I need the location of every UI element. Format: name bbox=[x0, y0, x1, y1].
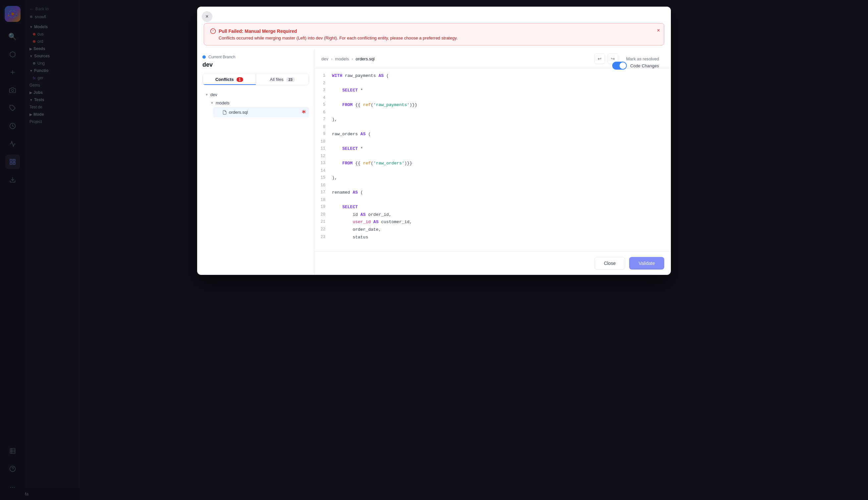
code-line-8: 8 bbox=[315, 124, 671, 130]
breadcrumb-file: orders.sql bbox=[356, 56, 375, 61]
code-changes-area: Code Changes bbox=[612, 62, 659, 70]
code-line-21: 21 user_id AS customer_id, bbox=[315, 218, 671, 226]
all-files-badge: 23 bbox=[286, 77, 295, 82]
code-line-6: 6 bbox=[315, 109, 671, 116]
branch-name: dev bbox=[202, 61, 309, 68]
code-line-23: 23 status bbox=[315, 234, 671, 241]
modal-body: Current Branch dev Conflicts 1 All files… bbox=[197, 49, 671, 275]
code-panel: dev › models › orders.sql ↩ ↪ Mark as re… bbox=[315, 49, 671, 275]
modal-close-button[interactable]: × bbox=[202, 11, 212, 22]
code-line-22: 22 order_date, bbox=[315, 226, 671, 234]
tab-bar: Conflicts 1 All files 23 bbox=[202, 73, 309, 85]
file-icon bbox=[222, 110, 227, 115]
branch-dot-icon bbox=[202, 55, 206, 59]
conflict-asterisk-icon bbox=[301, 109, 306, 115]
code-line-17: 17 renamed AS ( bbox=[315, 189, 671, 197]
file-tree-panel: Current Branch dev Conflicts 1 All files… bbox=[197, 49, 315, 275]
code-line-9: 9 raw_orders AS ( bbox=[315, 130, 671, 138]
code-changes-label: Code Changes bbox=[630, 63, 659, 68]
code-line-2: 2 bbox=[315, 80, 671, 87]
modal-overlay: × Pull Failed: Manual Merge Required Con… bbox=[0, 0, 868, 500]
tab-all-files[interactable]: All files 23 bbox=[256, 74, 309, 85]
code-line-7: 7 ), bbox=[315, 116, 671, 124]
alert-title: Pull Failed: Manual Merge Required bbox=[210, 28, 658, 34]
dev-folder[interactable]: ▼ dev bbox=[202, 91, 309, 99]
chevron-down-icon: ▼ bbox=[205, 93, 208, 96]
breadcrumb-sep-1: › bbox=[331, 56, 332, 61]
code-line-16: 16 bbox=[315, 182, 671, 189]
code-line-3: 3 SELECT * bbox=[315, 87, 671, 94]
modal-footer: Close Validate bbox=[315, 251, 671, 275]
code-content: 1 WITH raw_payments AS ( 2 3 SELECT * bbox=[315, 68, 671, 251]
models-folder[interactable]: ▼ models bbox=[208, 99, 309, 107]
orders-sql-file[interactable]: orders.sql bbox=[213, 107, 309, 117]
breadcrumb-models: models bbox=[335, 56, 349, 61]
toggle-knob bbox=[620, 62, 626, 69]
code-line-5: 5 FROM {{ ref('raw_payments')}} bbox=[315, 101, 671, 109]
alert-body: Conflicts occurred while merging master … bbox=[219, 35, 658, 41]
alert-banner: Pull Failed: Manual Merge Required Confl… bbox=[204, 23, 664, 45]
code-line-14: 14 bbox=[315, 168, 671, 174]
tab-conflicts[interactable]: Conflicts 1 bbox=[203, 74, 256, 85]
alert-close-button[interactable]: × bbox=[657, 27, 660, 34]
breadcrumb-sep-2: › bbox=[352, 56, 353, 61]
code-line-15: 15 ), bbox=[315, 174, 671, 182]
modal: × Pull Failed: Manual Merge Required Con… bbox=[197, 7, 671, 275]
undo-button[interactable]: ↩ bbox=[594, 53, 605, 64]
code-line-19: 19 SELECT bbox=[315, 204, 671, 211]
code-line-10: 10 bbox=[315, 138, 671, 145]
breadcrumb-dev: dev bbox=[321, 56, 328, 61]
close-button[interactable]: Close bbox=[594, 257, 625, 270]
alert-circle-icon bbox=[210, 28, 216, 34]
chevron-down-icon: ▼ bbox=[210, 101, 214, 105]
code-line-11: 11 SELECT * bbox=[315, 145, 671, 153]
code-line-13: 13 FROM {{ ref('raw_orders')}} bbox=[315, 160, 671, 168]
validate-button[interactable]: Validate bbox=[629, 257, 664, 270]
code-line-18: 18 bbox=[315, 197, 671, 204]
code-line-12: 12 bbox=[315, 153, 671, 160]
code-line-4: 4 bbox=[315, 94, 671, 101]
branch-info: Current Branch bbox=[202, 55, 309, 59]
code-changes-toggle[interactable] bbox=[612, 62, 627, 70]
code-line-20: 20 id AS order_id, bbox=[315, 211, 671, 219]
current-branch-label: Current Branch bbox=[208, 55, 235, 59]
file-tree: ▼ dev ▼ models orders.sql bbox=[202, 91, 309, 270]
conflicts-badge: 1 bbox=[236, 77, 243, 82]
code-line-1: 1 WITH raw_payments AS ( bbox=[315, 72, 671, 80]
